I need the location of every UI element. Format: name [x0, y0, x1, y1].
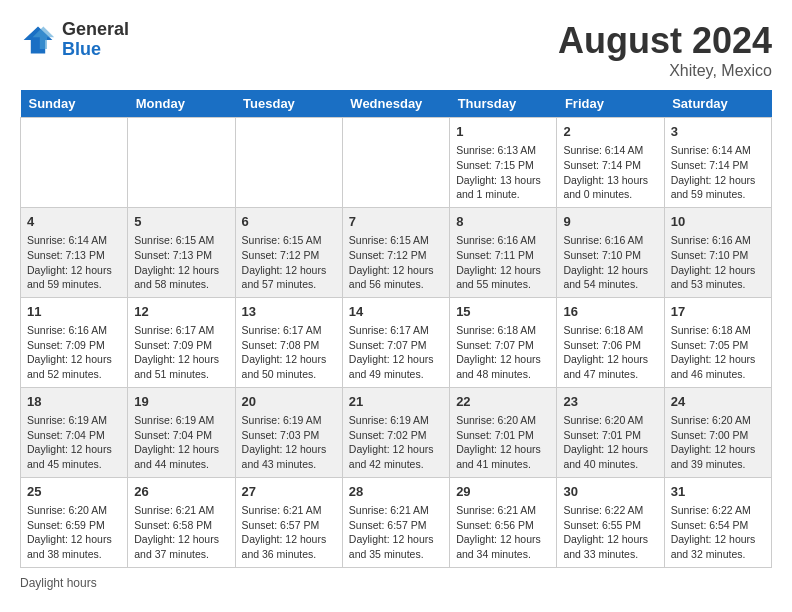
- day-number: 29: [456, 483, 550, 501]
- day-number: 17: [671, 303, 765, 321]
- footer: Daylight hours: [20, 576, 772, 590]
- calendar-cell: 11Sunrise: 6:16 AM Sunset: 7:09 PM Dayli…: [21, 297, 128, 387]
- calendar-cell: 7Sunrise: 6:15 AM Sunset: 7:12 PM Daylig…: [342, 207, 449, 297]
- calendar-cell: 27Sunrise: 6:21 AM Sunset: 6:57 PM Dayli…: [235, 477, 342, 567]
- day-header-tuesday: Tuesday: [235, 90, 342, 118]
- calendar-cell: 8Sunrise: 6:16 AM Sunset: 7:11 PM Daylig…: [450, 207, 557, 297]
- calendar-cell: 4Sunrise: 6:14 AM Sunset: 7:13 PM Daylig…: [21, 207, 128, 297]
- calendar-cell: 17Sunrise: 6:18 AM Sunset: 7:05 PM Dayli…: [664, 297, 771, 387]
- day-info: Sunrise: 6:15 AM Sunset: 7:12 PM Dayligh…: [349, 233, 443, 292]
- calendar-cell: [235, 118, 342, 208]
- day-number: 21: [349, 393, 443, 411]
- day-info: Sunrise: 6:20 AM Sunset: 7:00 PM Dayligh…: [671, 413, 765, 472]
- svg-marker-0: [24, 26, 53, 53]
- day-number: 30: [563, 483, 657, 501]
- daylight-label: Daylight hours: [20, 576, 97, 590]
- day-header-sunday: Sunday: [21, 90, 128, 118]
- day-number: 1: [456, 123, 550, 141]
- day-header-friday: Friday: [557, 90, 664, 118]
- day-number: 16: [563, 303, 657, 321]
- day-info: Sunrise: 6:21 AM Sunset: 6:58 PM Dayligh…: [134, 503, 228, 562]
- week-row-3: 11Sunrise: 6:16 AM Sunset: 7:09 PM Dayli…: [21, 297, 772, 387]
- day-number: 6: [242, 213, 336, 231]
- calendar-cell: 26Sunrise: 6:21 AM Sunset: 6:58 PM Dayli…: [128, 477, 235, 567]
- day-number: 8: [456, 213, 550, 231]
- day-number: 12: [134, 303, 228, 321]
- day-number: 24: [671, 393, 765, 411]
- location: Xhitey, Mexico: [558, 62, 772, 80]
- calendar-cell: [342, 118, 449, 208]
- day-number: 20: [242, 393, 336, 411]
- logo-line1: General: [62, 19, 129, 39]
- day-header-saturday: Saturday: [664, 90, 771, 118]
- day-number: 14: [349, 303, 443, 321]
- day-info: Sunrise: 6:18 AM Sunset: 7:05 PM Dayligh…: [671, 323, 765, 382]
- day-info: Sunrise: 6:21 AM Sunset: 6:56 PM Dayligh…: [456, 503, 550, 562]
- calendar-cell: 10Sunrise: 6:16 AM Sunset: 7:10 PM Dayli…: [664, 207, 771, 297]
- day-number: 13: [242, 303, 336, 321]
- day-info: Sunrise: 6:13 AM Sunset: 7:15 PM Dayligh…: [456, 143, 550, 202]
- calendar-cell: 25Sunrise: 6:20 AM Sunset: 6:59 PM Dayli…: [21, 477, 128, 567]
- calendar-cell: 31Sunrise: 6:22 AM Sunset: 6:54 PM Dayli…: [664, 477, 771, 567]
- day-info: Sunrise: 6:16 AM Sunset: 7:09 PM Dayligh…: [27, 323, 121, 382]
- day-number: 25: [27, 483, 121, 501]
- logo-text: General Blue: [62, 20, 129, 60]
- calendar-cell: 21Sunrise: 6:19 AM Sunset: 7:02 PM Dayli…: [342, 387, 449, 477]
- day-number: 10: [671, 213, 765, 231]
- day-number: 7: [349, 213, 443, 231]
- calendar-cell: 14Sunrise: 6:17 AM Sunset: 7:07 PM Dayli…: [342, 297, 449, 387]
- day-info: Sunrise: 6:17 AM Sunset: 7:09 PM Dayligh…: [134, 323, 228, 382]
- calendar-cell: 6Sunrise: 6:15 AM Sunset: 7:12 PM Daylig…: [235, 207, 342, 297]
- day-number: 31: [671, 483, 765, 501]
- calendar-cell: 16Sunrise: 6:18 AM Sunset: 7:06 PM Dayli…: [557, 297, 664, 387]
- day-info: Sunrise: 6:14 AM Sunset: 7:14 PM Dayligh…: [563, 143, 657, 202]
- day-info: Sunrise: 6:22 AM Sunset: 6:54 PM Dayligh…: [671, 503, 765, 562]
- calendar-cell: 30Sunrise: 6:22 AM Sunset: 6:55 PM Dayli…: [557, 477, 664, 567]
- day-number: 26: [134, 483, 228, 501]
- calendar-cell: 28Sunrise: 6:21 AM Sunset: 6:57 PM Dayli…: [342, 477, 449, 567]
- day-number: 28: [349, 483, 443, 501]
- day-info: Sunrise: 6:22 AM Sunset: 6:55 PM Dayligh…: [563, 503, 657, 562]
- day-number: 9: [563, 213, 657, 231]
- calendar-cell: 1Sunrise: 6:13 AM Sunset: 7:15 PM Daylig…: [450, 118, 557, 208]
- day-info: Sunrise: 6:18 AM Sunset: 7:06 PM Dayligh…: [563, 323, 657, 382]
- day-number: 19: [134, 393, 228, 411]
- week-row-2: 4Sunrise: 6:14 AM Sunset: 7:13 PM Daylig…: [21, 207, 772, 297]
- day-info: Sunrise: 6:19 AM Sunset: 7:04 PM Dayligh…: [134, 413, 228, 472]
- day-info: Sunrise: 6:14 AM Sunset: 7:14 PM Dayligh…: [671, 143, 765, 202]
- day-number: 15: [456, 303, 550, 321]
- calendar-cell: [128, 118, 235, 208]
- day-info: Sunrise: 6:16 AM Sunset: 7:11 PM Dayligh…: [456, 233, 550, 292]
- logo-icon: [20, 22, 56, 58]
- calendar-cell: 20Sunrise: 6:19 AM Sunset: 7:03 PM Dayli…: [235, 387, 342, 477]
- calendar-cell: 3Sunrise: 6:14 AM Sunset: 7:14 PM Daylig…: [664, 118, 771, 208]
- day-number: 11: [27, 303, 121, 321]
- calendar-cell: 9Sunrise: 6:16 AM Sunset: 7:10 PM Daylig…: [557, 207, 664, 297]
- calendar-cell: 22Sunrise: 6:20 AM Sunset: 7:01 PM Dayli…: [450, 387, 557, 477]
- week-row-1: 1Sunrise: 6:13 AM Sunset: 7:15 PM Daylig…: [21, 118, 772, 208]
- calendar-cell: 12Sunrise: 6:17 AM Sunset: 7:09 PM Dayli…: [128, 297, 235, 387]
- day-number: 2: [563, 123, 657, 141]
- day-info: Sunrise: 6:17 AM Sunset: 7:08 PM Dayligh…: [242, 323, 336, 382]
- logo: General Blue: [20, 20, 129, 60]
- calendar-cell: 13Sunrise: 6:17 AM Sunset: 7:08 PM Dayli…: [235, 297, 342, 387]
- calendar-cell: 2Sunrise: 6:14 AM Sunset: 7:14 PM Daylig…: [557, 118, 664, 208]
- day-info: Sunrise: 6:14 AM Sunset: 7:13 PM Dayligh…: [27, 233, 121, 292]
- week-row-5: 25Sunrise: 6:20 AM Sunset: 6:59 PM Dayli…: [21, 477, 772, 567]
- day-number: 23: [563, 393, 657, 411]
- day-number: 22: [456, 393, 550, 411]
- calendar-cell: 24Sunrise: 6:20 AM Sunset: 7:00 PM Dayli…: [664, 387, 771, 477]
- day-info: Sunrise: 6:21 AM Sunset: 6:57 PM Dayligh…: [349, 503, 443, 562]
- day-info: Sunrise: 6:19 AM Sunset: 7:03 PM Dayligh…: [242, 413, 336, 472]
- calendar-cell: 18Sunrise: 6:19 AM Sunset: 7:04 PM Dayli…: [21, 387, 128, 477]
- header-row: SundayMondayTuesdayWednesdayThursdayFrid…: [21, 90, 772, 118]
- month-year: August 2024: [558, 20, 772, 62]
- day-header-monday: Monday: [128, 90, 235, 118]
- calendar-cell: 29Sunrise: 6:21 AM Sunset: 6:56 PM Dayli…: [450, 477, 557, 567]
- day-header-wednesday: Wednesday: [342, 90, 449, 118]
- week-row-4: 18Sunrise: 6:19 AM Sunset: 7:04 PM Dayli…: [21, 387, 772, 477]
- day-number: 27: [242, 483, 336, 501]
- day-number: 18: [27, 393, 121, 411]
- day-info: Sunrise: 6:20 AM Sunset: 7:01 PM Dayligh…: [563, 413, 657, 472]
- title-block: August 2024 Xhitey, Mexico: [558, 20, 772, 80]
